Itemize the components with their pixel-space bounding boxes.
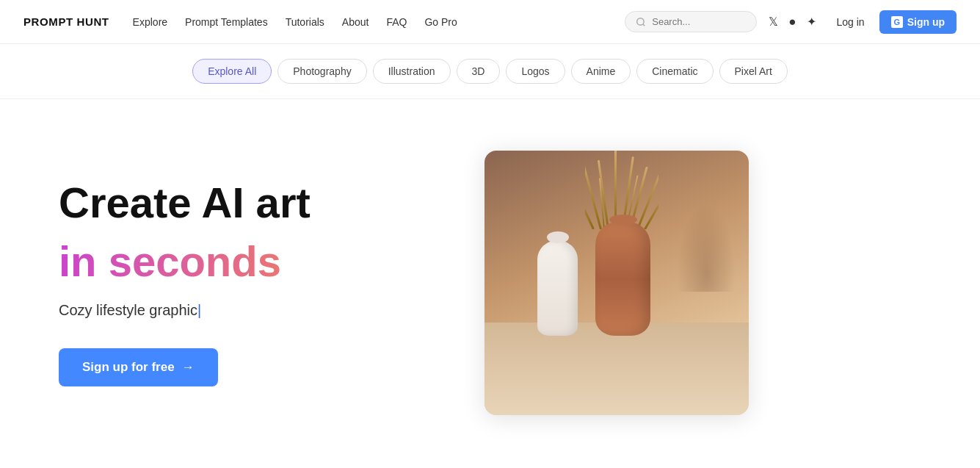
nav-links: Explore Prompt Templates Tutorials About… bbox=[133, 16, 614, 28]
cat-anime[interactable]: Anime bbox=[571, 59, 631, 84]
cat-photography[interactable]: Photography bbox=[277, 59, 366, 84]
cat-explore-all[interactable]: Explore All bbox=[192, 59, 272, 84]
cat-cinematic[interactable]: Cinematic bbox=[636, 59, 713, 84]
search-bar bbox=[625, 11, 757, 32]
cat-logos[interactable]: Logos bbox=[506, 59, 565, 84]
hero-text: Create AI art in seconds Cozy lifestyle … bbox=[59, 179, 440, 387]
discord-icon[interactable]: ● bbox=[788, 15, 796, 29]
hero-title-line1: Create AI art bbox=[59, 179, 440, 226]
nav-link-faq[interactable]: FAQ bbox=[386, 16, 407, 28]
google-logo: G bbox=[891, 16, 903, 28]
hero-subtitle: Cozy lifestyle graphic bbox=[59, 302, 440, 319]
svg-point-0 bbox=[637, 18, 644, 24]
hero-image bbox=[484, 151, 749, 415]
svg-line-1 bbox=[643, 24, 645, 26]
settings-icon[interactable]: ✦ bbox=[807, 15, 816, 29]
hero-title-line2: in seconds bbox=[59, 238, 440, 285]
vase-scene bbox=[484, 151, 749, 415]
logo[interactable]: PROMPT HUNT bbox=[23, 15, 109, 28]
hero-section: Create AI art in seconds Cozy lifestyle … bbox=[0, 99, 980, 452]
nav-link-tutorials[interactable]: Tutorials bbox=[286, 16, 324, 28]
nav-link-go-pro[interactable]: Go Pro bbox=[424, 16, 457, 28]
login-button[interactable]: Log in bbox=[828, 12, 874, 32]
category-bar: Explore All Photography Illustration 3D … bbox=[0, 44, 980, 99]
cat-illustration[interactable]: Illustration bbox=[373, 59, 451, 84]
twitter-icon[interactable]: 𝕏 bbox=[769, 15, 778, 29]
cat-pixel-art[interactable]: Pixel Art bbox=[719, 59, 788, 84]
white-vase bbox=[537, 240, 578, 336]
nav-link-prompt-templates[interactable]: Prompt Templates bbox=[185, 16, 268, 28]
shadow-plant bbox=[677, 204, 736, 292]
nav-link-explore[interactable]: Explore bbox=[133, 16, 167, 28]
hero-cta-label: Sign up for free bbox=[82, 360, 175, 375]
hero-cta-button[interactable]: Sign up for free → bbox=[59, 348, 218, 386]
signup-button[interactable]: G Sign up bbox=[879, 10, 957, 34]
cat-3d[interactable]: 3D bbox=[457, 59, 501, 84]
terracotta-vase bbox=[595, 222, 650, 336]
navbar: PROMPT HUNT Explore Prompt Templates Tut… bbox=[0, 0, 980, 44]
search-icon bbox=[636, 17, 646, 27]
hero-cta-arrow: → bbox=[182, 360, 195, 375]
signup-label: Sign up bbox=[907, 16, 945, 28]
nav-link-about[interactable]: About bbox=[342, 16, 369, 28]
social-icons: 𝕏 ● ✦ bbox=[769, 15, 816, 29]
search-input[interactable] bbox=[652, 16, 746, 27]
